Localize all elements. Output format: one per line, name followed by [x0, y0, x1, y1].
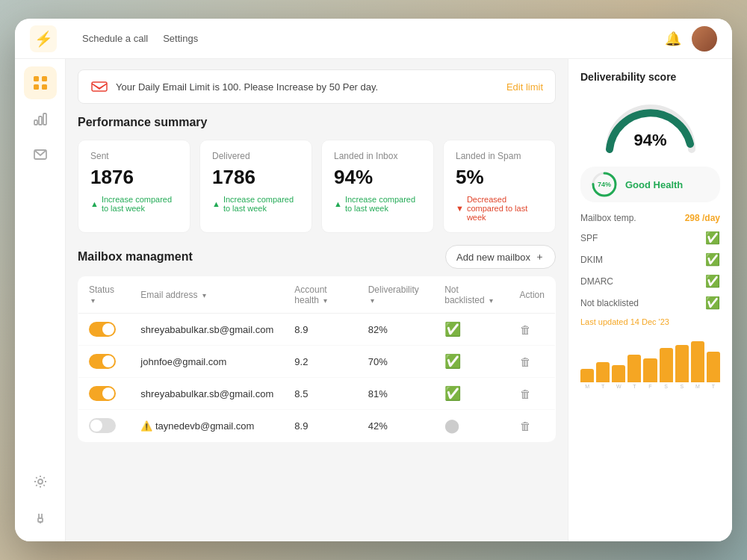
chart-bar — [660, 348, 673, 382]
col-status: Status ▾ — [78, 277, 131, 314]
health-ring: 74% — [591, 171, 618, 198]
perf-cards: Sent 1876 ▲ Increase compared to last we… — [78, 140, 556, 233]
bar-group: T — [596, 362, 610, 390]
bar-group: M — [691, 341, 704, 389]
plus-icon: ＋ — [535, 250, 545, 264]
gauge-wrap: 94% — [580, 93, 720, 156]
alert-banner: Your Daily Email Limit is 100. Please In… — [78, 69, 556, 104]
gauge-percent: 94% — [633, 131, 666, 150]
chart-bar — [627, 355, 641, 382]
deliverability-cell: 81% — [358, 378, 435, 410]
action-cell: 🗑 — [509, 410, 556, 442]
up-arrow-icon: ▲ — [212, 199, 220, 208]
bar-group: S — [660, 348, 673, 389]
down-arrow-icon: ▼ — [456, 204, 464, 213]
sidebar-item-dashboard[interactable] — [24, 66, 57, 99]
neutral-icon: ⬤ — [444, 418, 459, 433]
health-indicator: 74% Good Health — [580, 167, 720, 202]
action-cell: 🗑 — [509, 314, 556, 346]
sort-icon: ▾ — [489, 296, 493, 305]
top-nav: ⚡ Schedule a call Settings 🔔 — [15, 19, 732, 59]
toggle-switch[interactable] — [89, 322, 116, 337]
grid-icon — [33, 75, 48, 90]
stat-mailbox-temp: Mailbox temp. 298 /day — [580, 213, 720, 223]
main-layout: Your Daily Email Limit is 100. Please In… — [15, 59, 732, 541]
health-cell: 9.2 — [284, 346, 357, 378]
action-cell: 🗑 — [509, 378, 556, 410]
settings-link[interactable]: Settings — [163, 33, 198, 44]
sort-icon: ▾ — [91, 296, 95, 305]
add-mailbox-button[interactable]: Add new mailbox ＋ — [445, 245, 556, 269]
chart-bar — [675, 345, 689, 382]
toggle-switch[interactable] — [89, 386, 116, 401]
gmail-icon — [90, 78, 108, 96]
bell-icon[interactable]: 🔔 — [665, 31, 681, 47]
check-icon-dkim: ✅ — [705, 252, 720, 267]
chart-bar — [580, 369, 594, 382]
bar-chart: MTWTFSSMT — [580, 337, 720, 389]
perf-change-inbox: ▲ Increase compared to last week — [334, 195, 421, 213]
delete-button[interactable]: 🗑 — [520, 420, 531, 432]
email-cell: shreyababulkar.sb@gmail.com — [130, 378, 284, 410]
perf-change-delivered: ▲ Increase compared to last week — [212, 195, 300, 213]
svg-rect-1 — [42, 76, 47, 81]
warning-icon: ⚠️ — [140, 420, 152, 432]
stat-blacklisted: Not blacklisted ✅ — [580, 296, 720, 310]
sidebar-bottom — [24, 465, 57, 534]
performance-title: Performance summary — [78, 116, 556, 129]
bar-group: S — [675, 345, 689, 389]
nav-links: Schedule a call Settings — [82, 33, 198, 44]
main-content: Your Daily Email Limit is 100. Please In… — [66, 59, 568, 541]
bar-label: S — [664, 384, 668, 389]
right-panel: Deliverability score 94% — [568, 59, 732, 541]
svg-rect-0 — [34, 76, 39, 81]
svg-point-8 — [38, 479, 43, 484]
bar-group: F — [643, 358, 657, 389]
sidebar-item-plugin[interactable] — [24, 501, 57, 534]
chart-bar — [691, 341, 704, 382]
health-label: Good Health — [625, 179, 683, 190]
email-cell: johnfoe@gmail.com — [130, 346, 284, 378]
bar-group: T — [707, 352, 720, 389]
table-row: shreyababulkar.sb@gmail.com8.982%✅🗑 — [78, 314, 556, 346]
perf-card-spam: Landed in Spam 5% ▼ Decreased compared t… — [443, 140, 556, 233]
nav-right: 🔔 — [665, 26, 717, 52]
toggle-switch[interactable] — [89, 418, 116, 433]
check-icon-spf: ✅ — [705, 231, 720, 245]
perf-value-sent: 1876 — [90, 166, 178, 189]
delete-button[interactable]: 🗑 — [520, 388, 531, 400]
chart-bar — [707, 352, 720, 382]
up-arrow-icon: ▲ — [90, 199, 99, 208]
deliverability-title: Deliverability score — [580, 71, 720, 83]
edit-limit-button[interactable]: Edit limit — [506, 81, 543, 93]
bar-label: M — [585, 384, 589, 389]
toggle-switch[interactable] — [89, 354, 116, 369]
logo-icon: ⚡ — [34, 30, 53, 48]
mail-icon — [33, 147, 48, 162]
backlisted-cell: ✅ — [434, 346, 509, 378]
schedule-call-link[interactable]: Schedule a call — [82, 33, 148, 44]
delete-button[interactable]: 🗑 — [520, 323, 531, 336]
sort-icon: ▾ — [371, 296, 374, 305]
perf-card-sent: Sent 1876 ▲ Increase compared to last we… — [78, 140, 190, 233]
table-row: johnfoe@gmail.com9.270%✅🗑 — [78, 346, 556, 378]
sidebar-item-analytics[interactable] — [24, 102, 57, 135]
bar-label: F — [648, 384, 651, 389]
plug-icon — [33, 510, 48, 525]
sidebar-item-mail[interactable] — [24, 138, 57, 171]
avatar[interactable] — [692, 26, 717, 52]
chart-icon — [33, 111, 48, 126]
perf-card-inbox: Landed in Inbox 94% ▲ Increase compared … — [321, 140, 434, 233]
sidebar-item-settings[interactable] — [24, 465, 57, 498]
health-cell: 8.9 — [284, 410, 357, 442]
svg-rect-5 — [39, 116, 42, 125]
backlisted-cell: ⬤ — [434, 410, 509, 442]
perf-label-sent: Sent — [90, 151, 178, 161]
delete-button[interactable]: 🗑 — [520, 355, 531, 368]
bar-label: T — [712, 384, 715, 389]
perf-value-delivered: 1786 — [212, 166, 300, 189]
deliverability-cell: 82% — [358, 314, 435, 346]
col-backlisted: Not backlisted ▾ — [434, 277, 509, 314]
perf-value-inbox: 94% — [334, 166, 421, 189]
svg-rect-6 — [43, 113, 46, 125]
